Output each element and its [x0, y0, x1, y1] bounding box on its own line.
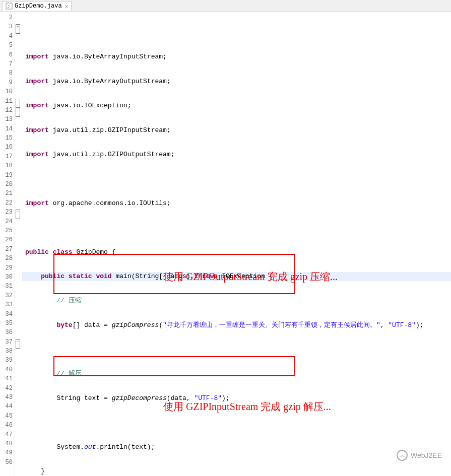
- fold-cell: [15, 439, 22, 448]
- line-number: 40: [0, 365, 15, 374]
- fold-cell: [15, 402, 22, 411]
- code-line: System.out.println(text);: [22, 443, 451, 452]
- fold-cell: [15, 180, 22, 189]
- fold-cell: [15, 41, 22, 50]
- line-number: 44: [0, 402, 15, 411]
- fold-cell: [15, 217, 22, 226]
- fold-cell: [15, 300, 22, 309]
- fold-cell: [15, 273, 22, 282]
- line-number: 48: [0, 439, 15, 448]
- code-line: }: [22, 467, 451, 476]
- line-number: 20: [0, 180, 15, 189]
- line-number: 24: [0, 217, 15, 226]
- fold-cell: [15, 198, 22, 208]
- line-number: 38: [0, 347, 15, 356]
- line-number: 2: [0, 13, 15, 22]
- line-number: 36: [0, 328, 15, 337]
- line-number: 46: [0, 421, 15, 430]
- code-line: import java.io.ByteArrayInputStream;: [22, 52, 451, 61]
- code-line: [22, 418, 451, 427]
- line-number: 29: [0, 263, 15, 273]
- line-number: 34: [0, 310, 15, 319]
- line-number: 27: [0, 245, 15, 254]
- code-line: import java.io.ByteArrayOutputStream;: [22, 77, 451, 86]
- fold-cell: [15, 254, 22, 263]
- fold-cell: [15, 365, 22, 374]
- line-number: 3: [0, 22, 15, 31]
- line-number: 18: [0, 161, 15, 170]
- fold-cell: [15, 319, 22, 328]
- fold-cell: [15, 59, 22, 69]
- fold-cell: [15, 412, 22, 421]
- fold-cell: [15, 430, 22, 439]
- line-number: 45: [0, 412, 15, 421]
- line-number: 6: [0, 50, 15, 59]
- code-line: import java.util.zip.GZIPInputStream;: [22, 126, 451, 135]
- fold-cell: [15, 282, 22, 291]
- fold-cell: [15, 87, 22, 96]
- fold-cell: [15, 393, 22, 402]
- close-icon[interactable]: ✕: [65, 3, 69, 10]
- line-number: 10: [0, 87, 15, 96]
- line-number: 37: [0, 337, 15, 347]
- java-file-icon: J: [6, 3, 13, 10]
- fold-cell: +: [15, 22, 22, 31]
- line-number: 47: [0, 430, 15, 439]
- annotation-label-2: 使用 GZIPInputStream 完成 gzip 解压...: [163, 400, 331, 414]
- fold-cell: [15, 161, 22, 170]
- line-number: 5: [0, 41, 15, 50]
- line-number: 19: [0, 171, 15, 180]
- code-line: import java.util.zip.GZIPOutputStream;: [22, 150, 451, 159]
- line-number: 43: [0, 393, 15, 402]
- fold-cell: [15, 245, 22, 254]
- code-line: byte[] data = gzipCompress("寻龙千万看缠山，一重缠是…: [22, 321, 451, 330]
- wechat-icon: ෴: [397, 450, 408, 461]
- fold-cell: −: [15, 208, 22, 217]
- code-line: [22, 28, 451, 37]
- fold-cell: [15, 226, 22, 235]
- line-number: 28: [0, 254, 15, 263]
- fold-cell: [15, 133, 22, 143]
- line-number: 33: [0, 300, 15, 309]
- fold-column: +−−−−: [15, 12, 22, 476]
- fold-cell: [15, 171, 22, 180]
- tab-filename: GzipDemo.java: [15, 3, 62, 10]
- line-number: 32: [0, 291, 15, 300]
- line-number: 21: [0, 189, 15, 198]
- line-number: 13: [0, 115, 15, 124]
- code-line: import org.apache.commons.io.IOUtils;: [22, 199, 451, 208]
- fold-cell: [15, 374, 22, 383]
- fold-cell: [15, 50, 22, 59]
- watermark-text: WebJ2EE: [411, 451, 442, 459]
- line-number: 39: [0, 356, 15, 365]
- line-number: 30: [0, 273, 15, 282]
- code-editor[interactable]: 2345678910111213141516171819202122232425…: [0, 12, 451, 476]
- file-tab[interactable]: J GzipDemo.java ✕: [2, 1, 72, 11]
- line-number: 8: [0, 69, 15, 78]
- code-line: // 压缩: [22, 296, 451, 305]
- code-area[interactable]: import java.io.ByteArrayInputStream; imp…: [22, 12, 451, 476]
- fold-cell: [15, 152, 22, 161]
- line-number: 15: [0, 133, 15, 143]
- line-number: 23: [0, 208, 15, 217]
- line-number-gutter: 2345678910111213141516171819202122232425…: [0, 12, 15, 476]
- code-line: // 解压: [22, 369, 451, 378]
- fold-cell: [15, 69, 22, 78]
- fold-cell: [15, 263, 22, 273]
- fold-cell: [15, 328, 22, 337]
- line-number: 50: [0, 458, 15, 467]
- code-line: [22, 223, 451, 232]
- fold-cell: [15, 124, 22, 133]
- line-number: 7: [0, 59, 15, 69]
- line-number: 41: [0, 374, 15, 383]
- fold-cell: [15, 356, 22, 365]
- fold-cell: [15, 32, 22, 41]
- line-number: 11: [0, 97, 15, 106]
- line-number: 16: [0, 143, 15, 152]
- line-number: 9: [0, 78, 15, 87]
- code-line: public class GzipDemo {: [22, 248, 451, 257]
- line-number: 31: [0, 282, 15, 291]
- code-line: [22, 174, 451, 183]
- fold-cell: [15, 235, 22, 244]
- line-number: 42: [0, 384, 15, 393]
